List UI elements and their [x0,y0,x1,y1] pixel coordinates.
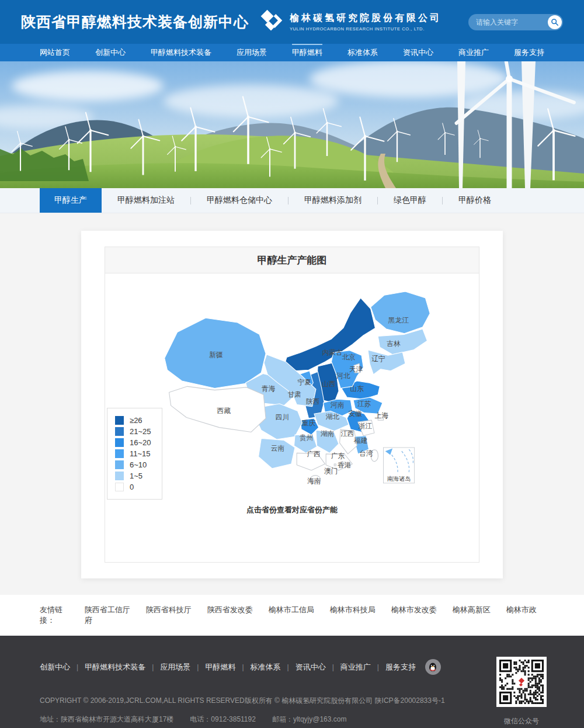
province-label-sichuan: 四川 [276,413,289,421]
search-icon [551,18,559,26]
company-logo-icon [258,8,284,36]
province-label-macau: 澳门 [324,467,338,475]
nav-item-资讯中心[interactable]: 资讯中心 [399,44,437,61]
legend-item-11~15[interactable]: 11~15 [115,449,151,458]
province-label-zhejiang: 浙江 [359,422,373,429]
footer-nav-商业推广[interactable]: 商业推广 [340,662,371,672]
legend-label: 0 [130,483,134,491]
address-text: 地址：陕西省榆林市开源大道高科大厦17楼 [40,715,173,724]
chart-card: 甲醇生产产能图 内蒙古：≥26山西：≥26陕西：21~25山东：16~20安徽：… [81,231,503,578]
nav-item-应用场景[interactable]: 应用场景 [233,44,270,61]
province-label-henan: 河南 [330,401,344,408]
province-label-taiwan: 台湾 [359,449,373,457]
footer-nav-标准体系[interactable]: 标准体系 [251,662,281,672]
subnav-tab-甲醇价格[interactable]: 甲醇价格 [443,188,507,213]
nav-item-网站首页[interactable]: 网站首页 [36,44,74,61]
qq-icon[interactable] [425,659,441,675]
footer-nav: 创新中心|甲醇燃料技术装备|应用场景|甲醇燃料|标准体系|资讯中心|商业推广|服… [40,659,544,675]
email-text: 邮箱：yltqyjy@163.com [272,715,347,724]
province-label-guangxi: 广西 [307,450,321,457]
nav-item-甲醇燃料技术装备[interactable]: 甲醇燃料技术装备 [147,44,215,61]
subnav-tab-绿色甲醇[interactable]: 绿色甲醇 [378,188,442,213]
legend-label: 6~10 [130,460,147,469]
legend-item-≥26[interactable]: ≥26 [115,416,151,425]
legend-swatch [115,460,124,469]
province-heilongjiang[interactable]: 黑龙江：6~10 [371,292,430,334]
company-name-cn: 榆林碳氢研究院股份有限公司 [290,12,442,25]
province-label-neimenggu: 内蒙古 [322,348,343,356]
footer-nav-创新中心[interactable]: 创新中心 [40,662,70,672]
province-label-jiangsu: 江苏 [357,400,371,407]
footer-nav-甲醇燃料[interactable]: 甲醇燃料 [205,662,235,672]
search-box [468,14,563,30]
legend-label: 1~5 [130,472,142,480]
copyright-text: COPYRIGHT © 2006-2019,JCRL.COM,ALL RIGHT… [40,696,544,706]
province-label-guangdong: 广东 [331,452,345,459]
friend-link-陕西省工信厅[interactable]: 陕西省工信厅 [85,605,130,614]
footer-nav-separator: | [242,663,244,671]
province-label-liaoning: 辽宁 [371,355,385,362]
footer-nav-应用场景[interactable]: 应用场景 [160,662,190,672]
province-label-yunnan: 云南 [271,444,284,452]
legend-swatch [115,483,124,491]
phone-text: 电话：0912-3851192 [190,715,256,724]
subnav-tab-甲醇燃料加注站[interactable]: 甲醇燃料加注站 [102,188,190,213]
friend-link-陕西省科技厅[interactable]: 陕西省科技厅 [146,605,192,614]
province-yunnan[interactable]: 云南：1~5 [259,438,295,469]
wechat-qr-code [496,657,547,707]
footer-nav-服务支持[interactable]: 服务支持 [385,662,416,672]
province-label-hongkong: 香港 [338,461,352,469]
province-label-jilin: 吉林 [387,339,401,347]
company-name-en: YULIN HYDROCARBON RESEARCH INSTITUTE CO.… [290,26,442,32]
province-label-heilongjiang: 黑龙江 [388,316,409,324]
nav-item-服务支持[interactable]: 服务支持 [510,44,548,61]
friend-link-榆林市发改委[interactable]: 榆林市发改委 [391,605,437,614]
nav-item-商业推广[interactable]: 商业推广 [455,44,492,61]
inset-label: 南海诸岛 [387,476,411,482]
friend-link-榆林高新区[interactable]: 榆林高新区 [453,605,491,614]
subnav-tab-甲醇生产[interactable]: 甲醇生产 [40,188,102,213]
province-label-ningxia: 宁夏 [298,378,311,386]
chart-title: 甲醇生产产能图 [105,247,479,273]
nav-item-创新中心[interactable]: 创新中心 [92,44,129,61]
company-name-block: 榆林碳氢研究院股份有限公司 YULIN HYDROCARBON RESEARCH… [290,12,442,32]
legend-item-1~5[interactable]: 1~5 [115,472,151,480]
friend-links-bar: 友情链接： 陕西省工信厅陕西省科技厅陕西省发改委榆林市工信局榆林市科技局榆林市发… [0,595,584,636]
search-input[interactable] [476,18,548,26]
legend-swatch [115,438,124,447]
site-header: 陕西省甲醇燃料技术装备创新中心 榆林碳氢研究院股份有限公司 YULIN HYDR… [0,0,584,44]
legend-swatch [115,472,124,480]
friend-link-榆林市工信局[interactable]: 榆林市工信局 [269,605,314,614]
subnav-tab-甲醇燃料仓储中心[interactable]: 甲醇燃料仓储中心 [191,188,288,213]
subnav-tab-甲醇燃料添加剂[interactable]: 甲醇燃料添加剂 [288,188,377,213]
friend-link-榆林市科技局[interactable]: 榆林市科技局 [330,605,376,614]
legend-swatch [115,416,124,425]
footer-nav-资讯中心[interactable]: 资讯中心 [296,662,326,672]
province-label-xizang: 西藏 [217,407,231,414]
footer-nav-separator: | [332,663,334,671]
legend-label: ≥26 [130,416,142,425]
footer-nav-甲醇燃料技术装备[interactable]: 甲醇燃料技术装备 [85,662,145,672]
province-label-shanxi: 山西 [322,380,336,387]
legend-item-21~25[interactable]: 21~25 [115,427,151,436]
province-label-beijing: 北京 [342,353,356,360]
footer-nav-separator: | [77,663,78,671]
legend-item-6~10[interactable]: 6~10 [115,460,151,469]
province-macau[interactable]: 澳门：0 [334,464,336,466]
legend-swatch [115,427,124,436]
legend-swatch [115,449,124,458]
province-label-chongqing: 重庆 [302,419,316,427]
friend-link-陕西省发改委[interactable]: 陕西省发改委 [207,605,253,614]
footer-nav-separator: | [152,663,154,671]
south-china-sea-inset: 南海诸岛 [384,448,415,483]
nav-item-甲醇燃料[interactable]: 甲醇燃料 [288,44,326,61]
legend-item-0[interactable]: 0 [115,483,151,491]
province-label-gansu: 甘肃 [288,390,301,398]
legend-label: 11~15 [130,449,151,458]
map-legend: ≥2621~2516~2011~156~101~50 [107,408,162,500]
sub-nav: 甲醇生产甲醇燃料加注站甲醇燃料仓储中心甲醇燃料添加剂绿色甲醇甲醇价格 [0,188,584,213]
nav-item-标准体系[interactable]: 标准体系 [344,44,381,61]
map-caption: 点击省份查看对应省份产能 [105,505,479,515]
legend-item-16~20[interactable]: 16~20 [115,438,151,447]
search-button[interactable] [548,15,562,29]
